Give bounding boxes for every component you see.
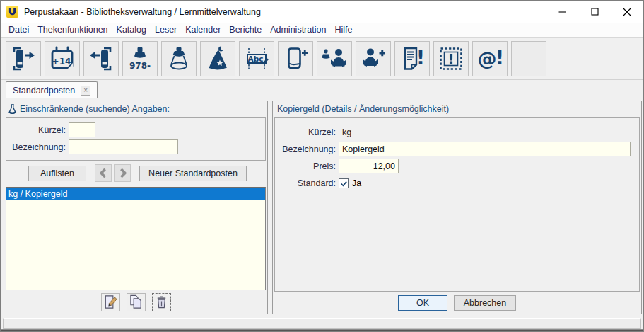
- bezeichnung-detail-input[interactable]: [339, 142, 631, 156]
- edit-pencil-icon: [103, 294, 118, 309]
- search-panel-title: Einschränkende (suchende) Angaben:: [20, 104, 170, 114]
- check-icon: [340, 180, 348, 188]
- neuer-standardposten-button[interactable]: Neuer Standardposten: [139, 166, 247, 181]
- isbn-label: 978-: [129, 61, 151, 71]
- standard-checkbox[interactable]: [339, 178, 349, 188]
- next-button[interactable]: [114, 164, 131, 182]
- details-panel-title: Kopiergeld (Details / Änderungsmöglichke…: [277, 104, 449, 114]
- auflisten-button[interactable]: Auflisten: [28, 166, 86, 181]
- dialog-buttons-row: OK Abbrechen: [273, 292, 641, 314]
- bezeichnung-search-input[interactable]: [69, 139, 178, 154]
- tab-label: Standardposten: [13, 86, 75, 96]
- kuerzel-search-input[interactable]: [69, 122, 95, 137]
- window-controls: [546, 1, 643, 23]
- menu-hilfe[interactable]: Hilfe: [330, 23, 356, 36]
- app-window: Perpustakaan - Bibliotheksverwaltung / L…: [0, 0, 644, 332]
- details-panel-header: Kopiergeld (Details / Änderungsmöglichke…: [273, 101, 641, 117]
- search-panel-header: Einschränkende (suchende) Angaben:: [4, 101, 267, 117]
- stamp-alert-icon: !: [437, 45, 465, 73]
- preis-label: Preis:: [281, 161, 336, 171]
- document-alert-button[interactable]: !: [394, 41, 430, 76]
- standard-label: Standard:: [281, 178, 336, 188]
- calendar-plus14-icon: +14: [48, 45, 76, 73]
- copy-record-button[interactable]: [127, 293, 146, 311]
- scan-reader-button[interactable]: [317, 41, 352, 76]
- flask-icon: [8, 104, 16, 115]
- blank-toolbar-button[interactable]: [511, 41, 546, 76]
- document-alert-icon: !: [398, 45, 426, 73]
- book-plus-icon: [281, 45, 310, 73]
- scanner-light-button[interactable]: [161, 41, 197, 76]
- reader-plus-icon: [359, 45, 387, 73]
- scanner-isbn-icon: 978-: [126, 45, 154, 73]
- tab-standardposten[interactable]: Standardposten ×: [6, 81, 98, 98]
- alert-glyph: !: [447, 50, 454, 67]
- minimize-button[interactable]: [546, 1, 578, 23]
- scanner-reader-icon: [320, 45, 349, 73]
- details-panel: Kopiergeld (Details / Änderungsmöglichke…: [272, 101, 642, 314]
- extend-loan-button[interactable]: +14: [45, 41, 80, 76]
- bezeichnung-detail-label: Bezeichnung:: [281, 144, 336, 154]
- isbn-scanner-button[interactable]: 978-: [122, 41, 158, 76]
- abc-label: Abc: [248, 54, 264, 62]
- main-content: Einschränkende (suchende) Angaben: Kürze…: [1, 98, 643, 316]
- app-logo-icon: [6, 6, 18, 18]
- kuerzel-search-label: Kürzel:: [11, 125, 66, 135]
- add-reader-button[interactable]: [356, 41, 391, 76]
- plus14-label: +14: [52, 56, 71, 66]
- text-field-edit-button[interactable]: Abc: [239, 41, 274, 76]
- menu-berichte[interactable]: Berichte: [225, 23, 266, 36]
- details-fields-box: Kürzel: Bezeichnung: Preis: Standard:: [274, 117, 640, 292]
- wizard-hat-icon: [204, 45, 232, 73]
- menu-thekenfunktionen[interactable]: Thekenfunktionen: [33, 23, 112, 36]
- menu-administration[interactable]: Administration: [266, 23, 330, 36]
- search-criteria-box: Kürzel: Bezeichnung:: [6, 117, 266, 161]
- menubar: Datei Thekenfunktionen Katalog Leser Kal…: [1, 23, 643, 38]
- standard-value-label: Ja: [352, 178, 361, 188]
- return-book-button[interactable]: [83, 41, 119, 76]
- alert-glyph: !: [416, 47, 425, 69]
- kuerzel-detail-input: [339, 125, 508, 139]
- record-actions-row: [4, 290, 267, 314]
- stamp-alert-button[interactable]: !: [433, 41, 469, 76]
- ok-button[interactable]: OK: [398, 295, 447, 311]
- titlebar: Perpustakaan - Bibliotheksverwaltung / L…: [1, 1, 643, 23]
- toolbar: +14 978-: [1, 38, 643, 80]
- book-arrow-right-icon: [9, 45, 37, 73]
- email-alert-icon: @ !: [476, 45, 504, 73]
- previous-button[interactable]: [95, 164, 112, 182]
- alert-glyph: !: [496, 47, 504, 69]
- add-book-button[interactable]: [278, 41, 313, 76]
- search-buttons-row: Auflisten Neuer Standardposten: [4, 161, 267, 185]
- list-item[interactable]: kg / Kopiergeld: [6, 188, 265, 200]
- delete-record-button[interactable]: [152, 293, 171, 311]
- chevron-left-icon: [98, 167, 110, 179]
- preis-input[interactable]: [339, 159, 399, 173]
- close-button[interactable]: [611, 1, 643, 23]
- chevron-right-icon: [117, 167, 129, 179]
- checkout-book-button[interactable]: [6, 41, 41, 76]
- trash-icon: [155, 295, 168, 309]
- bezeichnung-search-label: Bezeichnung:: [11, 142, 66, 152]
- scanner-light-cone-icon: [165, 45, 193, 73]
- maximize-button[interactable]: [578, 1, 611, 23]
- tabbar: Standardposten ×: [1, 80, 643, 98]
- results-list[interactable]: kg / Kopiergeld: [6, 187, 266, 290]
- taskbar-strip: [1, 329, 643, 331]
- statusbar: [3, 318, 641, 329]
- abbrechen-button[interactable]: Abbrechen: [454, 295, 516, 311]
- menu-datei[interactable]: Datei: [4, 23, 33, 36]
- window-title: Perpustakaan - Bibliotheksverwaltung / L…: [24, 7, 261, 17]
- abc-field-icon: Abc: [242, 45, 271, 73]
- wizard-button[interactable]: [200, 41, 235, 76]
- menu-leser[interactable]: Leser: [151, 23, 181, 36]
- edit-record-button[interactable]: [101, 293, 120, 311]
- menu-kalender[interactable]: Kalender: [181, 23, 225, 36]
- tab-close-icon[interactable]: ×: [81, 86, 90, 96]
- search-panel: Einschränkende (suchende) Angaben: Kürze…: [4, 101, 268, 314]
- copy-icon: [129, 294, 144, 309]
- book-arrow-left-icon: [87, 45, 115, 73]
- menu-katalog[interactable]: Katalog: [112, 23, 151, 36]
- email-alert-button[interactable]: @ !: [472, 41, 508, 76]
- kuerzel-detail-label: Kürzel:: [281, 127, 336, 137]
